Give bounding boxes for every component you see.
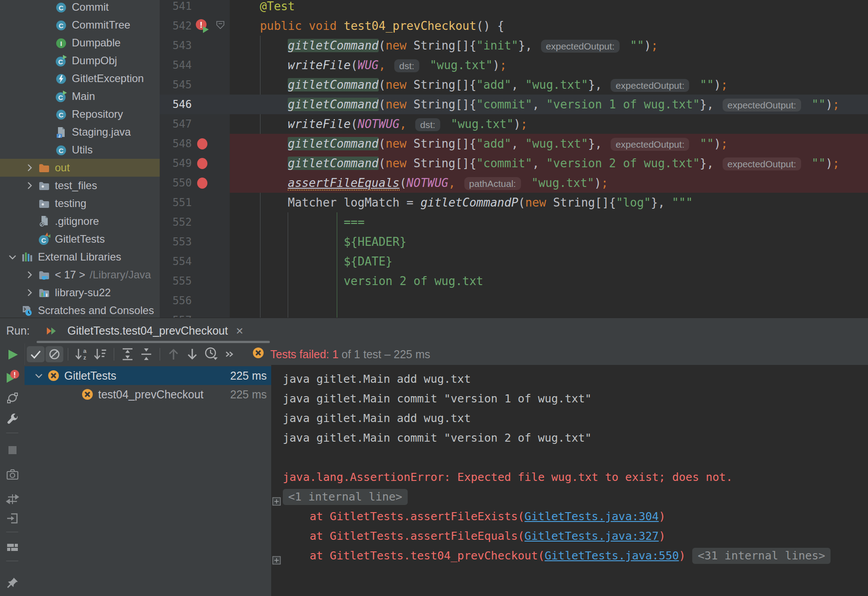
code-line-549[interactable]: gitletCommand(new String[]{"commit", "ve… (230, 153, 868, 173)
code-line-550[interactable]: assertFileEquals(NOTWUG, pathActual: "wu… (230, 173, 868, 193)
suspend-icon[interactable] (0, 492, 25, 507)
gutter-row[interactable]: 552 (160, 212, 230, 232)
code-line-557[interactable]: --- (230, 310, 868, 318)
gutter-row[interactable]: 548 (160, 134, 230, 153)
code-line-554[interactable]: ${DATE} (230, 252, 868, 271)
line-number: 543 (160, 39, 192, 52)
code-line-552[interactable]: === (230, 212, 868, 232)
tree-item-commit[interactable]: CCommit (0, 0, 160, 16)
gutter-row[interactable]: 557 (160, 310, 230, 318)
gutter-row[interactable]: 554 (160, 252, 230, 271)
arrow-up-button[interactable] (165, 346, 182, 362)
check-button[interactable] (27, 346, 45, 362)
code-line-545[interactable]: gitletCommand(new String[]{"add", "wug.t… (230, 75, 868, 95)
test-console[interactable]: java gitlet.Main add wug.txtjava gitlet.… (271, 365, 868, 596)
gutter-row[interactable]: 544 (160, 55, 230, 75)
tree-item-dumpobj[interactable]: CDumpObj (0, 52, 160, 70)
editor-gutter[interactable]: 541542!543544545546547548549550551552553… (160, 0, 230, 318)
close-icon[interactable]: × (236, 324, 243, 338)
chevron-down-icon[interactable] (31, 370, 47, 381)
gutter-row[interactable]: 549 (160, 153, 230, 173)
code-line-547[interactable]: writeFile(NOTWUG, dst: "wug.txt"); (230, 114, 868, 134)
tree-item-committree[interactable]: CCommitTree (0, 16, 160, 34)
tree-item-external-libraries[interactable]: External Libraries (0, 248, 160, 266)
code-line-555[interactable]: version 2 of wug.txt (230, 271, 868, 291)
gutter-row[interactable]: 556 (160, 291, 230, 310)
stack-trace-link[interactable]: GitletTests.java:304 (525, 510, 659, 523)
breakpoint-icon[interactable] (192, 153, 212, 173)
tree-item--gitignore[interactable]: .gitignore (0, 212, 160, 230)
gutter-row[interactable]: 555 (160, 271, 230, 291)
chevron-down-icon[interactable] (4, 251, 21, 263)
chevron-right-icon[interactable] (21, 287, 37, 298)
code-editor[interactable]: 541542!543544545546547548549550551552553… (160, 0, 868, 318)
tree-item-utils[interactable]: CUtils (0, 141, 160, 159)
tree-item-library-su22[interactable]: library-su22 (0, 284, 160, 302)
gutter-row[interactable]: 542! (160, 16, 230, 36)
tree-item-gitletexception[interactable]: GitletException (0, 70, 160, 87)
slash-button[interactable] (45, 346, 63, 362)
camera-icon[interactable] (0, 467, 25, 482)
code-line-546[interactable]: gitletCommand(new String[]{"commit", "ve… (230, 95, 868, 114)
gutter-row[interactable]: 543 (160, 36, 230, 55)
play-icon[interactable] (0, 347, 25, 362)
code-line-544[interactable]: writeFile(WUG, dst: "wug.txt"); (230, 55, 868, 75)
code-line-556[interactable] (230, 291, 868, 310)
run-tab[interactable]: GitletTests.test04_prevCheckout × (45, 318, 243, 344)
tree-item-test-files[interactable]: test_files (0, 177, 160, 195)
gutter-row[interactable]: 546 (160, 95, 230, 114)
rerun-failed-icon[interactable]: ! (0, 369, 25, 385)
test-row-test04_prevcheckout[interactable]: test04_prevCheckout225 ms (25, 385, 271, 404)
fold-marker-icon[interactable] (212, 16, 228, 36)
more-button[interactable] (221, 346, 239, 362)
code-line-551[interactable]: Matcher logMatch = gitletCommandP(new St… (230, 193, 868, 212)
code-line-542[interactable]: public void test04_prevCheckout() { (230, 16, 868, 36)
layout-icon[interactable] (0, 540, 25, 555)
arrow-down-button[interactable] (183, 346, 201, 362)
code-line-543[interactable]: gitletCommand(new String[]{"init"}, expe… (230, 36, 868, 55)
breakpoint-icon[interactable] (192, 134, 212, 153)
expand-all-button[interactable] (119, 346, 136, 362)
gutter-row[interactable]: 541 (160, 0, 230, 16)
tree-item-gitlettests[interactable]: CGitletTests (0, 230, 160, 248)
tree-item-dumpable[interactable]: IDumpable (0, 34, 160, 52)
sort-dur-button[interactable] (91, 346, 109, 362)
tree-item-repository[interactable]: CRepository (0, 105, 160, 123)
stack-trace-link[interactable]: GitletTests.java:327 (525, 530, 659, 542)
chevron-right-icon[interactable] (21, 180, 37, 191)
wrench-icon[interactable] (0, 411, 25, 426)
test-row-gitlettests[interactable]: GitletTests225 ms (25, 366, 271, 385)
sort-az-button[interactable]: az (73, 346, 91, 362)
tree-item--17-[interactable]: < 17 >/Library/Java (0, 266, 160, 284)
stack-trace-link[interactable]: GitletTests.java:550 (545, 549, 679, 562)
sync-icon[interactable] (0, 390, 25, 406)
toolbar-separator (160, 348, 160, 360)
pin-icon[interactable] (0, 575, 25, 591)
stop-icon[interactable] (0, 443, 25, 458)
tree-item-out[interactable]: out (0, 159, 160, 177)
gutter-row[interactable]: 547 (160, 114, 230, 134)
expand-trace-icon[interactable] (272, 551, 281, 571)
chevron-right-icon[interactable] (21, 162, 37, 174)
exit-icon[interactable] (0, 511, 25, 526)
gutter-row[interactable]: 550 (160, 173, 230, 193)
code-line-553[interactable]: ${HEADER} (230, 232, 868, 252)
workspace-top: CCommitCCommitTreeIDumpableCDumpObjGitle… (0, 0, 868, 318)
gutter-row[interactable]: 553 (160, 232, 230, 252)
clock-button[interactable] (202, 346, 220, 362)
test-failed-run-icon[interactable]: ! (192, 16, 212, 36)
gutter-row[interactable]: 545 (160, 75, 230, 95)
gutter-icon-slot (192, 310, 212, 318)
breakpoint-icon[interactable] (192, 173, 212, 193)
tree-item-testing[interactable]: testing (0, 195, 160, 212)
code-line-541[interactable]: @Test (230, 0, 868, 16)
collapse-all-button[interactable] (137, 346, 155, 362)
gutter-row[interactable]: 551 (160, 193, 230, 212)
code-line-548[interactable]: gitletCommand(new String[]{"add", "wug.t… (230, 134, 868, 153)
chevron-right-icon[interactable] (21, 269, 37, 281)
tree-item-scratches-and-consoles[interactable]: Scratches and Consoles (0, 302, 160, 318)
editor-code-area[interactable]: @Test public void test04_prevCheckout() … (230, 0, 868, 318)
tree-item-staging-java[interactable]: JStaging.java (0, 123, 160, 141)
tree-item-main[interactable]: CMain (0, 87, 160, 105)
expand-trace-icon[interactable] (272, 493, 281, 512)
